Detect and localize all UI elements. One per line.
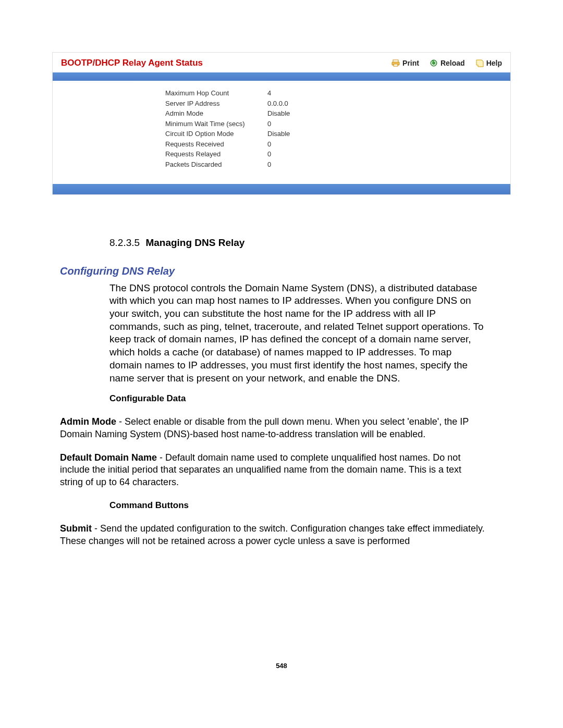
command-name: Submit (60, 523, 92, 534)
table-row: Packets Discarded 0 (165, 159, 502, 170)
row-label: Requests Received (165, 139, 259, 150)
print-button[interactable]: Print (391, 59, 419, 67)
row-label: Server IP Address (165, 98, 259, 109)
table-row: Server IP Address 0.0.0.0 (165, 98, 502, 109)
intro-paragraph: The DNS protocol controls the Domain Nam… (109, 282, 485, 385)
reload-icon (430, 59, 438, 67)
row-value: Disable (267, 108, 309, 119)
subsection-heading: Configuring DNS Relay (60, 264, 485, 278)
table-row: Minimum Wait Time (secs) 0 (165, 119, 502, 129)
row-value: 0 (267, 159, 309, 170)
field-text: - Select enable or disable from the pull… (60, 416, 469, 439)
command-buttons-heading: Command Buttons (109, 500, 485, 511)
row-label: Requests Relayed (165, 149, 259, 159)
svg-rect-2 (394, 64, 398, 66)
field-description: Default Domain Name - Default domain nam… (60, 452, 485, 488)
table-row: Requests Relayed 0 (165, 149, 502, 159)
section-heading: 8.2.3.5 Managing DNS Relay (109, 237, 485, 250)
command-description: Submit - Send the updated configuration … (60, 523, 485, 547)
row-value: 4 (267, 88, 309, 98)
panel-header: BOOTP/DHCP Relay Agent Status Print (53, 53, 510, 72)
panel-title: BOOTP/DHCP Relay Agent Status (61, 58, 391, 68)
row-value: Disable (267, 129, 309, 139)
reload-button[interactable]: Reload (430, 59, 465, 67)
section-title: Managing DNS Relay (145, 237, 244, 248)
print-label: Print (402, 59, 419, 67)
row-label: Packets Discarded (165, 159, 259, 170)
status-table: Maximum Hop Count 4 Server IP Address 0.… (61, 88, 502, 169)
row-label: Minimum Wait Time (secs) (165, 119, 259, 129)
panel-body: Maximum Hop Count 4 Server IP Address 0.… (53, 81, 510, 184)
row-value: 0 (267, 119, 309, 129)
reload-label: Reload (440, 59, 465, 67)
help-button[interactable]: Help (475, 59, 502, 67)
panel-actions: Print Reload Help (391, 59, 502, 67)
row-value: 0.0.0.0 (267, 98, 309, 109)
header-bar (53, 72, 510, 81)
row-value: 0 (267, 149, 309, 159)
table-row: Admin Mode Disable (165, 108, 502, 119)
page-number: 548 (31, 662, 532, 670)
command-text: - Send the updated configuration to the … (60, 523, 485, 546)
row-label: Maximum Hop Count (165, 88, 259, 98)
configurable-data-heading: Configurable Data (109, 393, 485, 404)
row-value: 0 (267, 139, 309, 150)
field-description: Admin Mode - Select enable or disable fr… (60, 416, 485, 440)
table-row: Circuit ID Option Mode Disable (165, 129, 502, 139)
table-row: Maximum Hop Count 4 (165, 88, 502, 98)
status-panel: BOOTP/DHCP Relay Agent Status Print (52, 52, 511, 195)
table-row: Requests Received 0 (165, 139, 502, 150)
doc-body: 8.2.3.5 Managing DNS Relay Configuring D… (78, 237, 485, 547)
help-label: Help (486, 59, 502, 67)
help-icon (475, 59, 484, 67)
row-label: Circuit ID Option Mode (165, 129, 259, 139)
field-name: Default Domain Name (60, 452, 157, 463)
footer-bar (53, 184, 510, 194)
section-number: 8.2.3.5 (109, 237, 140, 248)
field-name: Admin Mode (60, 416, 116, 427)
row-label: Admin Mode (165, 108, 259, 119)
printer-icon (391, 59, 400, 67)
